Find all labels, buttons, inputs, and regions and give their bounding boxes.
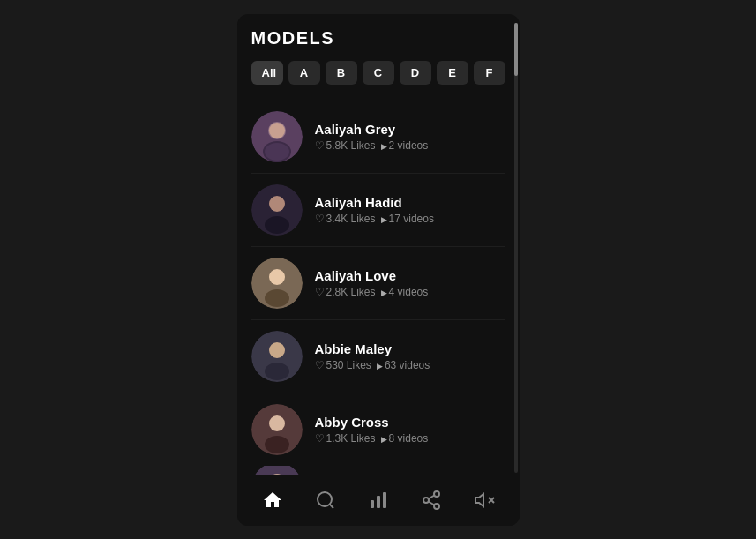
videos: 2 videos — [381, 139, 429, 152]
model-info: Aaliyah Grey 5.8K Likes 2 videos — [315, 122, 429, 152]
filter-f[interactable]: F — [474, 61, 505, 85]
model-meta: 5.8K Likes 2 videos — [315, 139, 429, 152]
avatar — [251, 331, 303, 382]
likes: 2.8K Likes — [315, 286, 376, 298]
svg-point-6 — [269, 196, 285, 212]
page-title: MODELS — [251, 28, 505, 49]
svg-point-10 — [265, 289, 289, 307]
svg-point-20 — [318, 492, 332, 506]
scrollbar-track[interactable] — [514, 23, 518, 473]
model-info: Abby Cross 1.3K Likes 8 videos — [315, 415, 429, 445]
svg-line-21 — [329, 505, 333, 508]
nav-chart-button[interactable] — [361, 483, 396, 518]
model-meta: 3.4K Likes 17 videos — [315, 213, 434, 225]
filter-b[interactable]: B — [326, 61, 357, 85]
likes: 5.8K Likes — [315, 139, 376, 152]
model-info: Aaliyah Hadid 3.4K Likes 17 videos — [315, 195, 434, 225]
svg-line-29 — [428, 496, 434, 499]
nav-home-button[interactable] — [255, 483, 290, 518]
nav-search-button[interactable] — [308, 483, 343, 518]
phone-container: MODELS All A B C D E F Aaliyah Gre — [237, 14, 520, 526]
svg-point-16 — [265, 436, 289, 453]
svg-marker-30 — [475, 494, 483, 506]
search-icon — [315, 490, 336, 511]
svg-point-9 — [269, 269, 285, 285]
filter-a[interactable]: A — [288, 61, 320, 85]
filter-bar: All A B C D E F — [251, 61, 505, 85]
svg-rect-24 — [383, 492, 386, 508]
bottom-nav — [237, 475, 520, 526]
videos: 63 videos — [377, 359, 430, 371]
svg-point-27 — [434, 504, 439, 509]
filter-d[interactable]: D — [400, 61, 431, 85]
svg-point-15 — [269, 415, 285, 431]
model-item[interactable]: Aaliyah Love 2.8K Likes 4 videos — [251, 247, 505, 320]
content-area: MODELS All A B C D E F Aaliyah Gre — [237, 14, 520, 475]
nav-mute-button[interactable] — [467, 483, 502, 518]
filter-all[interactable]: All — [251, 61, 283, 85]
model-name: Aaliyah Hadid — [315, 195, 434, 210]
svg-point-3 — [269, 123, 285, 138]
filter-e[interactable]: E — [437, 61, 468, 85]
model-info: Aaliyah Love 2.8K Likes 4 videos — [315, 268, 429, 298]
model-item[interactable]: Aaliyah Grey 5.8K Likes 2 videos — [251, 101, 505, 174]
likes: 3.4K Likes — [315, 213, 376, 225]
model-name: Abby Cross — [315, 415, 429, 430]
svg-point-12 — [269, 342, 285, 358]
likes: 1.3K Likes — [315, 432, 376, 445]
mute-icon — [474, 490, 495, 511]
svg-point-17 — [251, 466, 303, 475]
model-name: Aaliyah Love — [315, 268, 429, 283]
filter-c[interactable]: C — [363, 61, 394, 85]
svg-point-4 — [265, 143, 289, 161]
svg-rect-22 — [371, 500, 374, 508]
nav-share-button[interactable] — [414, 483, 449, 518]
videos: 17 videos — [381, 213, 434, 225]
videos: 8 videos — [381, 432, 429, 445]
avatar-partial — [251, 466, 303, 475]
share-icon — [421, 490, 442, 511]
home-icon — [262, 490, 283, 511]
svg-point-13 — [265, 363, 289, 380]
svg-rect-23 — [377, 496, 380, 508]
model-item[interactable]: Aaliyah Hadid 3.4K Likes 17 videos — [251, 174, 505, 247]
models-list: Aaliyah Grey 5.8K Likes 2 videos Aaliyah… — [251, 101, 505, 466]
scrollbar-thumb[interactable] — [514, 23, 518, 76]
model-info: Abbie Maley 530 Likes 63 videos — [315, 341, 430, 371]
chart-icon — [368, 490, 389, 511]
avatar — [251, 111, 303, 162]
svg-point-25 — [434, 491, 439, 497]
svg-line-28 — [428, 502, 434, 505]
model-meta: 1.3K Likes 8 videos — [315, 432, 429, 445]
svg-point-7 — [265, 216, 289, 234]
model-item[interactable]: Abbie Maley 530 Likes 63 videos — [251, 320, 505, 393]
videos: 4 videos — [381, 286, 429, 298]
svg-point-26 — [423, 498, 429, 503]
avatar — [251, 184, 303, 236]
partial-model-item[interactable]: Abby lee Brazil — [251, 466, 505, 475]
model-name: Abbie Maley — [315, 341, 430, 356]
model-meta: 530 Likes 63 videos — [315, 359, 430, 371]
avatar — [251, 404, 303, 455]
likes: 530 Likes — [315, 359, 371, 371]
model-item[interactable]: Abby Cross 1.3K Likes 8 videos — [251, 393, 505, 466]
avatar — [251, 258, 303, 309]
model-name: Aaliyah Grey — [315, 122, 429, 137]
model-meta: 2.8K Likes 4 videos — [315, 286, 429, 298]
